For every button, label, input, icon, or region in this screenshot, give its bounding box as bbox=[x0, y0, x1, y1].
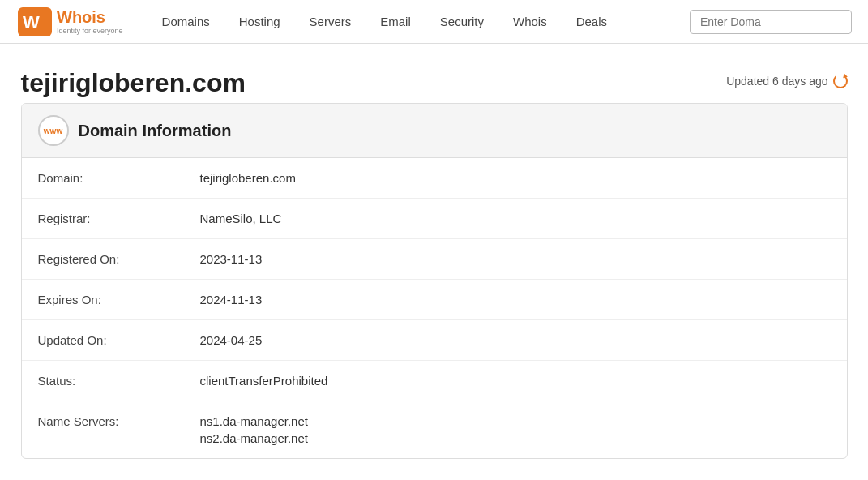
domain-search-input[interactable] bbox=[690, 10, 852, 34]
nav-security[interactable]: Security bbox=[425, 0, 498, 44]
card-title: Domain Information bbox=[79, 122, 232, 140]
nav-whois[interactable]: Whois bbox=[498, 0, 562, 44]
value-expires-on: 2024-11-13 bbox=[200, 293, 263, 306]
nav-domains[interactable]: Domains bbox=[148, 0, 224, 44]
value-updated-on: 2024-04-25 bbox=[200, 333, 263, 347]
navbar: W Whois Identity for everyone Domains Ho… bbox=[0, 0, 868, 44]
value-registered-on: 2023-11-13 bbox=[200, 252, 263, 266]
table-row: Updated On: 2024-04-25 bbox=[22, 320, 847, 361]
label-registered-on: Registered On: bbox=[38, 252, 200, 266]
logo-subtitle: Identity for everyone bbox=[57, 27, 123, 35]
label-domain: Domain: bbox=[38, 171, 200, 185]
nav-deals[interactable]: Deals bbox=[562, 0, 622, 44]
table-row: Name Servers: ns1.da-manager.net ns2.da-… bbox=[22, 401, 847, 458]
whois-logo-icon: W bbox=[16, 6, 53, 38]
table-row: Status: clientTransferProhibited bbox=[22, 361, 847, 401]
table-row: Expires On: 2024-11-13 bbox=[22, 280, 847, 320]
label-registrar: Registrar: bbox=[38, 212, 200, 225]
table-row: Registrar: NameSilo, LLC bbox=[22, 199, 847, 239]
logo-link[interactable]: W Whois Identity for everyone bbox=[16, 6, 123, 38]
refresh-icon[interactable] bbox=[833, 74, 848, 88]
main-content: tejirigloberen.com Updated 6 days ago ww… bbox=[5, 44, 864, 475]
table-row: Domain: tejirigloberen.com bbox=[22, 158, 847, 199]
value-status: clientTransferProhibited bbox=[200, 374, 328, 388]
nameserver-1: ns1.da-manager.net bbox=[200, 414, 308, 428]
logo-name: Whois bbox=[57, 8, 123, 27]
label-updated-on: Updated On: bbox=[38, 333, 200, 347]
www-icon: www bbox=[38, 115, 69, 146]
nav-email[interactable]: Email bbox=[366, 0, 425, 44]
svg-text:W: W bbox=[23, 12, 40, 32]
label-status: Status: bbox=[38, 374, 200, 388]
updated-label: Updated 6 days ago bbox=[726, 75, 827, 88]
logo-text-block: Whois Identity for everyone bbox=[57, 8, 123, 35]
nav-servers[interactable]: Servers bbox=[295, 0, 366, 44]
label-expires-on: Expires On: bbox=[38, 293, 200, 306]
domain-info-card: www Domain Information Domain: tejiriglo… bbox=[21, 103, 848, 459]
info-table: Domain: tejirigloberen.com Registrar: Na… bbox=[22, 158, 847, 458]
card-header: www Domain Information bbox=[22, 104, 847, 158]
nav-hosting[interactable]: Hosting bbox=[224, 0, 295, 44]
nav-links: Domains Hosting Servers Email Security W… bbox=[148, 0, 690, 44]
value-name-servers: ns1.da-manager.net ns2.da-manager.net bbox=[200, 414, 308, 445]
table-row: Registered On: 2023-11-13 bbox=[22, 239, 847, 280]
nameserver-2: ns2.da-manager.net bbox=[200, 431, 308, 445]
value-registrar: NameSilo, LLC bbox=[200, 212, 282, 225]
value-domain: tejirigloberen.com bbox=[200, 171, 296, 185]
label-name-servers: Name Servers: bbox=[38, 414, 200, 428]
